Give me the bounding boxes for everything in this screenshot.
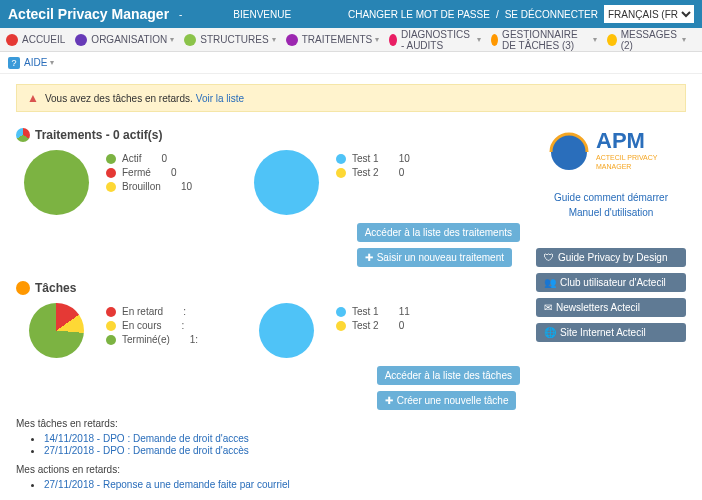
chevron-down-icon: ▾: [477, 35, 481, 44]
site-button[interactable]: 🌐Site Internet Actecil: [536, 323, 686, 342]
taches-legend-status: En retard: En cours: Terminé(e)1:: [106, 303, 236, 348]
taches-legend-test: Test 111 Test 20: [336, 303, 419, 334]
list-item: 27/11/2018 - DPO : Demande de droit d'ac…: [44, 444, 520, 456]
taches-new-button[interactable]: ✚Créer une nouvelle tâche: [377, 391, 517, 410]
mail-icon: ✉: [544, 302, 552, 313]
traitements-legend-status: Actif0 Fermé0 Brouillon10: [106, 150, 236, 195]
language-select[interactable]: FRANÇAIS (FR): [604, 5, 694, 23]
mes-taches-title: Mes tâches en retards:: [16, 418, 520, 429]
chevron-down-icon: ▾: [375, 35, 379, 44]
club-button[interactable]: 👥Club utilisateur d'Actecil: [536, 273, 686, 292]
welcome-link[interactable]: BIENVENUE: [233, 9, 291, 20]
dot-icon: [106, 335, 116, 345]
organisation-icon: [75, 34, 87, 46]
plus-icon: ✚: [385, 395, 393, 406]
traitements-title: Traitements - 0 actif(s): [16, 128, 520, 142]
dot-icon: [106, 321, 116, 331]
svg-text:ACTECIL PRIVACY: ACTECIL PRIVACY: [596, 154, 658, 161]
mes-actions-title: Mes actions en retards:: [16, 464, 520, 475]
menu-organisation[interactable]: ORGANISATION▾: [75, 34, 174, 46]
menu-structures[interactable]: STRUCTURES▾: [184, 34, 275, 46]
traitements-icon: [286, 34, 298, 46]
shield-icon: 🛡: [544, 252, 554, 263]
newsletter-button[interactable]: ✉Newsletters Actecil: [536, 298, 686, 317]
traitements-new-button[interactable]: ✚Saisir un nouveau traitement: [357, 248, 512, 267]
home-icon: [6, 34, 18, 46]
apm-logo: APM ACTECIL PRIVACY MANAGER: [536, 122, 686, 184]
messages-icon: [607, 34, 617, 46]
taches-title: Tâches: [16, 281, 520, 295]
dot-icon: [336, 307, 346, 317]
svg-text:APM: APM: [596, 128, 645, 153]
menu-diagnostics[interactable]: DIAGNOSTICS - AUDITS▾: [389, 29, 481, 51]
dot-icon: [336, 154, 346, 164]
plus-icon: ✚: [365, 252, 373, 263]
dot-icon: [106, 168, 116, 178]
mes-actions-list: 27/11/2018 - Reponse a une demande faite…: [44, 478, 520, 490]
traitements-pie-test: [254, 150, 319, 215]
dot-icon: [106, 154, 116, 164]
guide-start-link[interactable]: Guide comment démarrer: [536, 192, 686, 203]
content: ▲ Vous avez des tâches en retards. Voir …: [0, 74, 702, 500]
right-sidebar: APM ACTECIL PRIVACY MANAGER Guide commen…: [536, 122, 686, 490]
traitements-pie-status: [24, 150, 89, 215]
dot-icon: [336, 168, 346, 178]
pie-icon: [16, 128, 30, 142]
svg-text:MANAGER: MANAGER: [596, 163, 631, 170]
aide-link[interactable]: AIDE: [24, 57, 47, 68]
chevron-down-icon: ▾: [170, 35, 174, 44]
menu-traitements[interactable]: TRAITEMENTS▾: [286, 34, 380, 46]
alert-text: Vous avez des tâches en retards.: [45, 93, 193, 104]
chevron-down-icon: ▾: [272, 35, 276, 44]
chevron-down-icon: ▾: [682, 35, 686, 44]
users-icon: 👥: [544, 277, 556, 288]
structures-icon: [184, 34, 196, 46]
menu-accueil[interactable]: ACCUEIL: [6, 34, 65, 46]
list-item: 14/11/2018 - DPO : Demande de droit d'ac…: [44, 432, 520, 444]
menu-gestionnaire[interactable]: GESTIONNAIRE DE TÂCHES (3)▾: [491, 29, 597, 51]
chevron-down-icon: ▾: [593, 35, 597, 44]
dot-icon: [106, 182, 116, 192]
brand: Actecil Privacy Manager: [8, 6, 169, 22]
help-icon: ?: [8, 57, 20, 69]
traitements-legend-test: Test 110 Test 20: [336, 150, 419, 181]
globe-icon: 🌐: [544, 327, 556, 338]
list-item: 27/11/2018 - Reponse a une demande faite…: [44, 478, 520, 490]
menubar: ACCUEIL ORGANISATION▾ STRUCTURES▾ TRAITE…: [0, 28, 702, 52]
warning-icon: ▲: [27, 91, 39, 105]
mes-taches-list: 14/11/2018 - DPO : Demande de droit d'ac…: [44, 432, 520, 456]
menu-messages[interactable]: MESSAGES (2)▾: [607, 29, 686, 51]
brand-suffix: -: [179, 9, 182, 20]
traitements-list-button[interactable]: Accéder à la liste des traitements: [357, 223, 520, 242]
alert-late-tasks: ▲ Vous avez des tâches en retards. Voir …: [16, 84, 686, 112]
manual-link[interactable]: Manuel d'utilisation: [536, 207, 686, 218]
topbar: Actecil Privacy Manager - BIENVENUE CHAN…: [0, 0, 702, 28]
chevron-down-icon: ▾: [50, 58, 54, 67]
diagnostics-icon: [389, 34, 397, 46]
dot-icon: [336, 321, 346, 331]
logout-link[interactable]: SE DÉCONNECTER: [505, 9, 598, 20]
taches-list-button[interactable]: Accéder à la liste des tâches: [377, 366, 520, 385]
alert-link[interactable]: Voir la liste: [196, 93, 244, 104]
gear-icon: [16, 281, 30, 295]
taches-pie-status: [29, 303, 84, 358]
change-password-link[interactable]: CHANGER LE MOT DE PASSE: [348, 9, 490, 20]
taches-pie-test: [259, 303, 314, 358]
aide-bar: ? AIDE ▾: [0, 52, 702, 74]
guide-pbd-button[interactable]: 🛡Guide Privacy by Design: [536, 248, 686, 267]
dot-icon: [106, 307, 116, 317]
tasks-icon: [491, 34, 498, 46]
